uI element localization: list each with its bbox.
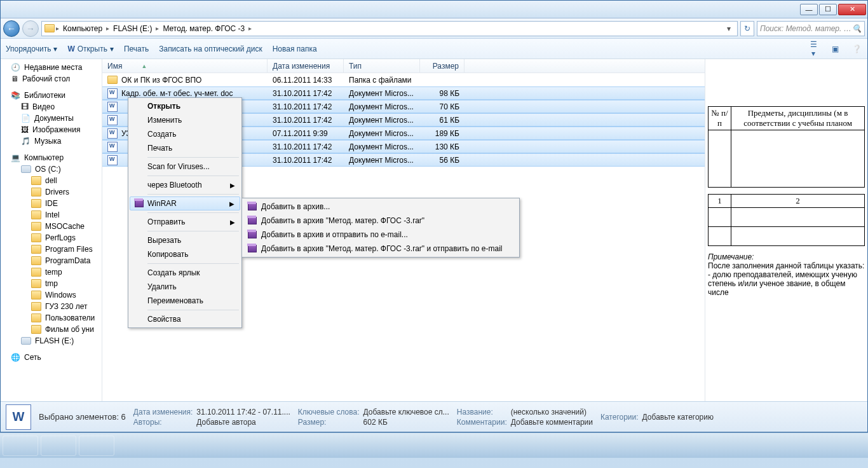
breadcrumb-folder[interactable]: Метод. матер. ФГОС -3	[160, 24, 247, 33]
word-doc-icon	[107, 115, 118, 125]
folder-icon	[31, 313, 41, 322]
winrar-icon	[248, 217, 257, 224]
context-menu: Открыть Изменить Создать Печать Scan for…	[128, 97, 242, 328]
ctx-create[interactable]: Создать	[130, 127, 240, 141]
status-categories-value[interactable]: Добавьте категорию	[642, 413, 714, 422]
folder-icon	[31, 302, 41, 311]
nav-flash[interactable]: FLASH (E:)	[1, 335, 102, 347]
nav-msocache[interactable]: MSOCache	[1, 221, 102, 232]
ctx-open[interactable]: Открыть	[130, 99, 240, 113]
status-title-value[interactable]: (несколько значений)	[511, 408, 593, 416]
breadcrumb-computer[interactable]: Компьютер	[60, 24, 105, 33]
help-button[interactable]: ❔	[851, 45, 862, 53]
taskbar[interactable]	[0, 432, 868, 458]
search-input[interactable]: Поиск: Метод. матер. …🔍	[757, 21, 865, 36]
desktop-icon: 🖥	[11, 74, 18, 83]
file-size: 56 КБ	[420, 156, 465, 165]
ctx-rename[interactable]: Переименовать	[130, 294, 240, 308]
nav-music[interactable]: 🎵Музыка	[1, 135, 102, 147]
rar-add-email[interactable]: Добавить в архив и отправить по e-mail..…	[243, 228, 518, 242]
open-button[interactable]: WОткрыть ▾	[67, 45, 113, 53]
nav-guz[interactable]: ГУЗ 230 лет	[1, 301, 102, 312]
rar-add-named[interactable]: Добавить в архив "Метод. матер. ФГОС -3.…	[243, 214, 518, 228]
status-categories-label: Категории:	[600, 413, 639, 422]
nav-recent[interactable]: 🕘Недавние места	[1, 62, 102, 73]
nav-users[interactable]: Пользователи	[1, 312, 102, 324]
nav-video[interactable]: 🎞Видео	[1, 101, 102, 113]
ctx-cut[interactable]: Вырезать	[130, 233, 240, 247]
status-authors-value[interactable]: Добавьте автора	[196, 418, 290, 427]
drive-icon	[21, 165, 31, 173]
nav-ide[interactable]: IDE	[1, 198, 102, 209]
view-button[interactable]: ☰ ▾	[808, 40, 819, 58]
forward-button[interactable]: →	[22, 20, 39, 37]
refresh-button[interactable]: ↻	[740, 21, 754, 36]
back-button[interactable]: ←	[3, 20, 20, 37]
rar-add-named-email[interactable]: Добавить в архив "Метод. матер. ФГОС -3.…	[243, 242, 518, 256]
ctx-send[interactable]: Отправить▶	[130, 215, 240, 229]
minimize-button[interactable]: —	[800, 4, 818, 15]
sort-asc-icon: ▲	[141, 63, 147, 69]
nav-windows[interactable]: Windows	[1, 289, 102, 301]
preview-note: Примечание: После заполнения данной табл…	[708, 252, 865, 297]
address-bar[interactable]: ▸ Компьютер ▸ FLASH (E:) ▸ Метод. матер.…	[41, 21, 738, 36]
nav-libraries[interactable]: 📚Библиотеки	[1, 90, 102, 101]
folder-icon	[31, 325, 41, 334]
column-type[interactable]: Тип	[344, 59, 420, 72]
column-size[interactable]: Размер	[420, 59, 465, 72]
nav-computer[interactable]: 💻Компьютер	[1, 152, 102, 163]
word-doc-icon	[107, 155, 118, 165]
preview-pane-button[interactable]: ▣	[829, 45, 841, 53]
status-comments-value[interactable]: Добавьте комментарии	[511, 418, 593, 427]
folder-icon	[31, 199, 41, 208]
taskbar-item[interactable]	[79, 436, 114, 456]
status-size-value: 602 КБ	[363, 418, 449, 427]
ctx-copy[interactable]: Копировать	[130, 247, 240, 261]
nav-intel[interactable]: Intel	[1, 209, 102, 221]
maximize-button[interactable]: ☐	[819, 4, 837, 15]
new-folder-button[interactable]: Новая папка	[273, 45, 317, 53]
nav-documents[interactable]: 📄Документы	[1, 113, 102, 124]
status-keywords-value[interactable]: Добавьте ключевое сл...	[363, 408, 449, 416]
file-row[interactable]: ОК и ПК из ФГОС ВПО06.11.2011 14:33Папка…	[102, 73, 705, 86]
column-date[interactable]: Дата изменения	[268, 59, 344, 72]
ctx-edit[interactable]: Изменить	[130, 113, 240, 127]
column-name[interactable]: Имя▲	[102, 59, 268, 72]
address-dropdown[interactable]: ▾	[723, 24, 735, 33]
nav-pictures[interactable]: 🖼Изображения	[1, 124, 102, 135]
print-button[interactable]: Печать	[124, 45, 149, 53]
file-date: 31.10.2011 17:42	[268, 116, 344, 125]
ctx-properties[interactable]: Свойства	[130, 312, 240, 326]
file-type: Документ Micros...	[344, 116, 420, 125]
nav-perflogs[interactable]: PerfLogs	[1, 232, 102, 244]
organize-button[interactable]: Упорядочить ▾	[6, 45, 57, 53]
nav-temp[interactable]: temp	[1, 266, 102, 278]
file-type: Документ Micros...	[344, 156, 420, 165]
nav-drivers[interactable]: Drivers	[1, 186, 102, 198]
rar-add[interactable]: Добавить в архив...	[243, 200, 518, 214]
ctx-print[interactable]: Печать	[130, 141, 240, 155]
nav-osc[interactable]: OS (C:)	[1, 163, 102, 175]
nav-programdata[interactable]: ProgramData	[1, 255, 102, 266]
file-type: Документ Micros...	[344, 89, 420, 98]
ctx-delete[interactable]: Удалить	[130, 280, 240, 294]
preview-table2: 12	[708, 194, 865, 246]
nav-desktop[interactable]: 🖥Рабочий стол	[1, 73, 102, 85]
ctx-winrar[interactable]: WinRAR▶	[130, 196, 240, 210]
pictures-icon: 🖼	[21, 125, 29, 134]
taskbar-item[interactable]	[3, 436, 38, 456]
nav-programfiles[interactable]: Program Files	[1, 244, 102, 255]
nav-film[interactable]: Фильм об уни	[1, 324, 102, 335]
taskbar-item[interactable]	[41, 436, 76, 456]
breadcrumb-flash[interactable]: FLASH (E:)	[111, 24, 154, 33]
ctx-shortcut[interactable]: Создать ярлык	[130, 266, 240, 280]
nav-network[interactable]: 🌐Сеть	[1, 352, 102, 363]
close-button[interactable]: ✕	[838, 4, 866, 15]
folder-icon	[31, 233, 41, 242]
nav-tmp[interactable]: tmp	[1, 278, 102, 289]
nav-dell[interactable]: dell	[1, 175, 102, 186]
burn-button[interactable]: Записать на оптический диск	[159, 45, 262, 53]
ctx-scan[interactable]: Scan for Viruses...	[130, 160, 240, 174]
ctx-bluetooth[interactable]: через Bluetooth▶	[130, 178, 240, 192]
word-icon: W	[6, 404, 31, 430]
